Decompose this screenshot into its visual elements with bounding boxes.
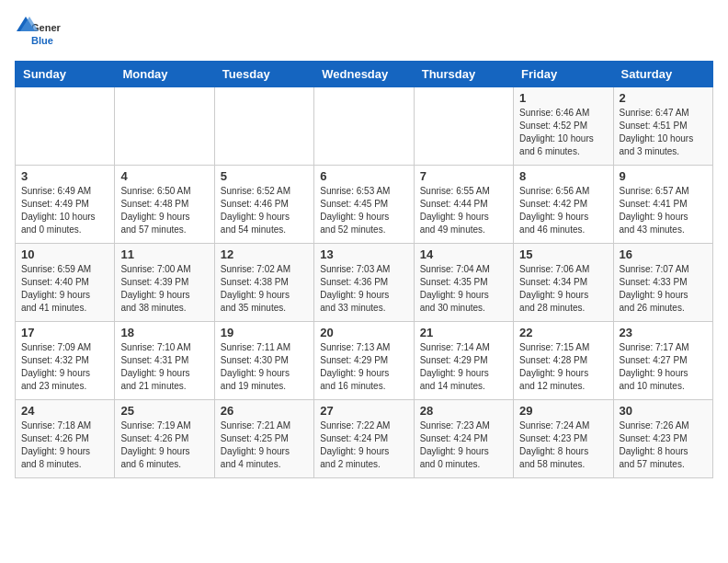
day-info: Sunrise: 6:56 AM Sunset: 4:42 PM Dayligh…	[519, 185, 607, 236]
day-number: 16	[620, 247, 707, 261]
day-info: Sunrise: 7:00 AM Sunset: 4:39 PM Dayligh…	[120, 263, 208, 315]
day-info: Sunrise: 6:57 AM Sunset: 4:41 PM Dayligh…	[620, 185, 707, 236]
day-info: Sunrise: 7:03 AM Sunset: 4:36 PM Dayligh…	[320, 263, 407, 315]
day-info: Sunrise: 6:49 AM Sunset: 4:49 PM Dayligh…	[21, 185, 108, 236]
calendar-cell: 29Sunrise: 7:24 AM Sunset: 4:23 PM Dayli…	[514, 400, 613, 478]
calendar-cell: 21Sunrise: 7:14 AM Sunset: 4:29 PM Dayli…	[414, 322, 513, 400]
calendar-cell: 5Sunrise: 6:52 AM Sunset: 4:46 PM Daylig…	[214, 166, 313, 244]
calendar-cell: 6Sunrise: 6:53 AM Sunset: 4:45 PM Daylig…	[314, 166, 414, 244]
calendar-cell: 8Sunrise: 6:56 AM Sunset: 4:42 PM Daylig…	[514, 166, 613, 244]
day-number: 20	[320, 326, 407, 339]
header-saturday: Saturday	[613, 62, 712, 87]
day-info: Sunrise: 7:14 AM Sunset: 4:29 PM Dayligh…	[420, 341, 507, 393]
day-number: 11	[120, 247, 208, 261]
calendar-cell	[414, 87, 513, 166]
day-info: Sunrise: 6:50 AM Sunset: 4:48 PM Dayligh…	[120, 185, 208, 236]
logo-svg: General Blue	[15, 15, 61, 52]
day-info: Sunrise: 7:06 AM Sunset: 4:34 PM Dayligh…	[519, 263, 607, 315]
calendar-cell: 24Sunrise: 7:18 AM Sunset: 4:26 PM Dayli…	[16, 400, 115, 478]
day-number: 25	[120, 404, 208, 418]
day-info: Sunrise: 7:02 AM Sunset: 4:38 PM Dayligh…	[221, 263, 308, 315]
calendar-cell	[314, 87, 414, 166]
day-number: 18	[120, 326, 208, 339]
day-number: 17	[21, 326, 108, 339]
day-number: 1	[519, 91, 607, 105]
day-info: Sunrise: 7:23 AM Sunset: 4:24 PM Dayligh…	[420, 419, 507, 471]
day-info: Sunrise: 7:15 AM Sunset: 4:28 PM Dayligh…	[519, 341, 607, 393]
day-info: Sunrise: 7:21 AM Sunset: 4:25 PM Dayligh…	[221, 419, 308, 471]
calendar-cell: 7Sunrise: 6:55 AM Sunset: 4:44 PM Daylig…	[414, 166, 513, 244]
calendar-cell: 26Sunrise: 7:21 AM Sunset: 4:25 PM Dayli…	[214, 400, 313, 478]
calendar-cell: 22Sunrise: 7:15 AM Sunset: 4:28 PM Dayli…	[514, 322, 613, 400]
calendar-cell: 19Sunrise: 7:11 AM Sunset: 4:30 PM Dayli…	[214, 322, 313, 400]
week-row-1: 1Sunrise: 6:46 AM Sunset: 4:52 PM Daylig…	[16, 87, 713, 166]
day-number: 27	[320, 404, 407, 418]
page-header: General Blue	[15, 15, 713, 52]
day-number: 24	[21, 404, 108, 418]
day-number: 23	[620, 326, 707, 339]
day-number: 19	[221, 326, 308, 339]
calendar-cell: 3Sunrise: 6:49 AM Sunset: 4:49 PM Daylig…	[16, 166, 115, 244]
calendar-cell: 11Sunrise: 7:00 AM Sunset: 4:39 PM Dayli…	[115, 244, 214, 322]
day-number: 14	[420, 247, 507, 261]
day-info: Sunrise: 7:09 AM Sunset: 4:32 PM Dayligh…	[21, 341, 108, 393]
calendar-cell: 9Sunrise: 6:57 AM Sunset: 4:41 PM Daylig…	[613, 166, 712, 244]
day-info: Sunrise: 7:10 AM Sunset: 4:31 PM Dayligh…	[120, 341, 208, 393]
week-row-2: 3Sunrise: 6:49 AM Sunset: 4:49 PM Daylig…	[16, 166, 713, 244]
header-wednesday: Wednesday	[314, 62, 414, 87]
day-info: Sunrise: 6:53 AM Sunset: 4:45 PM Dayligh…	[320, 185, 407, 236]
day-number: 15	[519, 247, 607, 261]
calendar-cell: 20Sunrise: 7:13 AM Sunset: 4:29 PM Dayli…	[314, 322, 414, 400]
day-number: 4	[120, 169, 208, 183]
calendar-cell: 23Sunrise: 7:17 AM Sunset: 4:27 PM Dayli…	[613, 322, 712, 400]
svg-text:Blue: Blue	[31, 35, 53, 46]
day-info: Sunrise: 7:07 AM Sunset: 4:33 PM Dayligh…	[620, 263, 707, 315]
day-number: 21	[420, 326, 507, 339]
day-number: 30	[620, 404, 707, 418]
day-info: Sunrise: 7:19 AM Sunset: 4:26 PM Dayligh…	[120, 419, 208, 471]
day-number: 5	[221, 169, 308, 183]
header-sunday: Sunday	[16, 62, 115, 87]
calendar-cell: 16Sunrise: 7:07 AM Sunset: 4:33 PM Dayli…	[613, 244, 712, 322]
day-info: Sunrise: 7:18 AM Sunset: 4:26 PM Dayligh…	[21, 419, 108, 471]
day-info: Sunrise: 7:26 AM Sunset: 4:23 PM Dayligh…	[620, 419, 707, 471]
day-number: 22	[519, 326, 607, 339]
calendar-cell: 2Sunrise: 6:47 AM Sunset: 4:51 PM Daylig…	[613, 87, 712, 166]
day-number: 8	[519, 169, 607, 183]
day-number: 28	[420, 404, 507, 418]
calendar-cell: 4Sunrise: 6:50 AM Sunset: 4:48 PM Daylig…	[115, 166, 214, 244]
header-tuesday: Tuesday	[214, 62, 313, 87]
header-row: SundayMondayTuesdayWednesdayThursdayFrid…	[16, 62, 713, 87]
day-info: Sunrise: 6:55 AM Sunset: 4:44 PM Dayligh…	[420, 185, 507, 236]
day-number: 6	[320, 169, 407, 183]
day-info: Sunrise: 7:24 AM Sunset: 4:23 PM Dayligh…	[519, 419, 607, 471]
calendar-cell: 27Sunrise: 7:22 AM Sunset: 4:24 PM Dayli…	[314, 400, 414, 478]
day-number: 10	[21, 247, 108, 261]
calendar-cell	[16, 87, 115, 166]
calendar-cell	[214, 87, 313, 166]
header-monday: Monday	[115, 62, 214, 87]
day-number: 3	[21, 169, 108, 183]
calendar-cell: 1Sunrise: 6:46 AM Sunset: 4:52 PM Daylig…	[514, 87, 613, 166]
day-info: Sunrise: 7:04 AM Sunset: 4:35 PM Dayligh…	[420, 263, 507, 315]
day-number: 26	[221, 404, 308, 418]
day-info: Sunrise: 6:47 AM Sunset: 4:51 PM Dayligh…	[620, 107, 707, 158]
calendar-cell: 25Sunrise: 7:19 AM Sunset: 4:26 PM Dayli…	[115, 400, 214, 478]
calendar-cell: 14Sunrise: 7:04 AM Sunset: 4:35 PM Dayli…	[414, 244, 513, 322]
day-info: Sunrise: 7:11 AM Sunset: 4:30 PM Dayligh…	[221, 341, 308, 393]
calendar-cell: 30Sunrise: 7:26 AM Sunset: 4:23 PM Dayli…	[613, 400, 712, 478]
logo: General Blue	[15, 15, 61, 52]
calendar-table: SundayMondayTuesdayWednesdayThursdayFrid…	[15, 61, 713, 478]
day-number: 7	[420, 169, 507, 183]
calendar-cell: 17Sunrise: 7:09 AM Sunset: 4:32 PM Dayli…	[16, 322, 115, 400]
calendar-cell	[115, 87, 214, 166]
calendar-cell: 18Sunrise: 7:10 AM Sunset: 4:31 PM Dayli…	[115, 322, 214, 400]
header-friday: Friday	[514, 62, 613, 87]
day-info: Sunrise: 7:17 AM Sunset: 4:27 PM Dayligh…	[620, 341, 707, 393]
calendar-cell: 12Sunrise: 7:02 AM Sunset: 4:38 PM Dayli…	[214, 244, 313, 322]
day-number: 29	[519, 404, 607, 418]
week-row-5: 24Sunrise: 7:18 AM Sunset: 4:26 PM Dayli…	[16, 400, 713, 478]
day-number: 12	[221, 247, 308, 261]
day-info: Sunrise: 6:46 AM Sunset: 4:52 PM Dayligh…	[519, 107, 607, 158]
week-row-3: 10Sunrise: 6:59 AM Sunset: 4:40 PM Dayli…	[16, 244, 713, 322]
